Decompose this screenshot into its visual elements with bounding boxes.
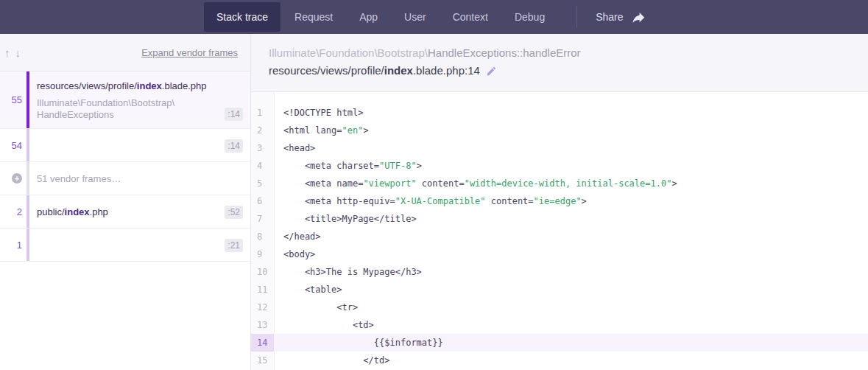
code-line: 14 {{$informat}} <box>251 334 868 352</box>
tab-stack-trace[interactable]: Stack trace <box>204 2 280 32</box>
frame-number: 54 <box>0 129 27 161</box>
line-number: 15 <box>251 352 274 369</box>
share-button[interactable]: Share <box>596 0 645 34</box>
frame-nav-up-icon[interactable]: ↑ <box>3 46 12 59</box>
share-button-label: Share <box>596 11 623 23</box>
code-line: 7 <title>MyPage</title> <box>251 210 868 228</box>
frame-number: 55 <box>0 71 27 128</box>
stack-frame-2[interactable]: 2public/index.php:52 <box>0 195 250 228</box>
code-text: </td> <box>274 352 868 369</box>
line-number: 13 <box>251 316 274 334</box>
frame-nav-down-icon[interactable]: ↓ <box>14 46 23 59</box>
tab-app[interactable]: App <box>347 2 390 32</box>
main-panel: Illuminate\Foundation\Bootstrap\HandleEx… <box>251 34 868 370</box>
code-line: 4 <meta charset="UTF-8"> <box>251 157 868 175</box>
code-line: 9<body> <box>251 245 868 263</box>
code-text: {{$informat}} <box>274 334 868 352</box>
code-line: 15 </td> <box>251 352 868 369</box>
tab-debug[interactable]: Debug <box>502 2 557 32</box>
ignition-error-page: Stack traceRequestAppUserContextDebug Sh… <box>0 0 868 370</box>
file-path-suffix: .blade.php:14 <box>413 64 480 77</box>
code-text: <!DOCTYPE html> <box>274 104 868 122</box>
file-path: resources/views/profile/index.blade.php:… <box>269 64 853 77</box>
code-line: 11 <table> <box>251 281 868 299</box>
stack-frames-sidebar: ↑ ↓ Expand vendor frames 55resources/vie… <box>0 34 251 370</box>
line-number: 6 <box>251 192 274 210</box>
tab-request[interactable]: Request <box>282 2 345 32</box>
line-number-badge: :21 <box>225 239 243 252</box>
code-text: <html lang="en"> <box>274 122 868 139</box>
file-path-bold: index <box>384 64 413 77</box>
frame-navigation: ↑ ↓ <box>3 46 22 59</box>
line-number: 12 <box>251 299 274 316</box>
code-line: 6 <meta http-equiv="X-UA-Compatible" con… <box>251 192 868 210</box>
code-text: <td> <box>274 316 868 334</box>
code-line: 13 <td> <box>251 316 868 334</box>
stack-frame-1[interactable]: 1:21 <box>0 228 250 262</box>
content-area: ↑ ↓ Expand vendor frames 55resources/vie… <box>0 34 868 370</box>
line-number: 10 <box>251 263 274 281</box>
class-namespace: Illuminate\Foundation\Bootstrap\ <box>269 46 428 59</box>
class-method: HandleExceptions::handleError <box>428 46 581 59</box>
frame-class: Illuminate\Foundation\Bootstrap\HandleEx… <box>37 97 174 121</box>
code-line: 10 <h3>The is Mypage</h3> <box>251 263 868 281</box>
nav-tabs: Stack traceRequestAppUserContextDebug <box>203 0 558 34</box>
code-text: </head> <box>274 228 868 245</box>
tab-user[interactable]: User <box>392 2 439 32</box>
frame-file: resources/views/profile/index.blade.php <box>37 80 243 92</box>
nav-divider <box>576 6 577 28</box>
line-number: 1 <box>251 104 274 122</box>
expand-vendor-frames-link[interactable]: Expand vendor frames <box>141 47 238 58</box>
vendor-frames-toggle[interactable]: +51 vendor frames… <box>0 162 250 195</box>
line-number: 14 <box>251 334 274 352</box>
code-text: <meta charset="UTF-8"> <box>274 157 868 175</box>
code-text: <title>MyPage</title> <box>274 210 868 228</box>
stack-frame-55[interactable]: 55resources/views/profile/index.blade.ph… <box>0 71 250 129</box>
code-line: 1<!DOCTYPE html> <box>251 104 868 122</box>
edit-file-button[interactable] <box>486 66 497 77</box>
line-number: 8 <box>251 228 274 245</box>
line-number: 2 <box>251 122 274 139</box>
line-number: 3 <box>251 139 274 157</box>
tab-context[interactable]: Context <box>440 2 501 32</box>
code-viewer: 1<!DOCTYPE html>2<html lang="en">3<head>… <box>251 92 868 370</box>
code-line: 3<head> <box>251 139 868 157</box>
code-text: <table> <box>274 281 868 299</box>
line-number-badge: :52 <box>225 206 243 219</box>
code-text: <meta http-equiv="X-UA-Compatible" conte… <box>274 192 868 210</box>
sidebar-header: ↑ ↓ Expand vendor frames <box>0 34 250 71</box>
vendor-frames-label: 51 vendor frames… <box>37 173 121 184</box>
line-number: 5 <box>251 175 274 192</box>
code-text: <body> <box>274 245 868 263</box>
frame-file: public/index.php <box>37 206 108 218</box>
line-number: 9 <box>251 245 274 263</box>
frame-number: 1 <box>0 228 27 261</box>
frame-header: Illuminate\Foundation\Bootstrap\HandleEx… <box>251 34 868 92</box>
code-text: <head> <box>274 139 868 157</box>
line-number: 7 <box>251 210 274 228</box>
file-path-prefix: resources/views/profile/ <box>269 64 384 77</box>
pencil-icon[interactable] <box>486 66 497 77</box>
line-number: 4 <box>251 157 274 175</box>
code-line: 12 <tr> <box>251 299 868 316</box>
top-nav: Stack traceRequestAppUserContextDebug Sh… <box>0 0 868 34</box>
stack-frame-54[interactable]: 54:14 <box>0 129 250 162</box>
plus-circle-icon[interactable]: + <box>12 173 22 184</box>
code-line: 8</head> <box>251 228 868 245</box>
exception-class: Illuminate\Foundation\Bootstrap\HandleEx… <box>269 46 853 60</box>
frame-number: 2 <box>0 195 27 228</box>
code-line: 5 <meta name="viewport" content="width=d… <box>251 175 868 192</box>
code-text: <h3>The is Mypage</h3> <box>274 263 868 281</box>
line-number-badge: :14 <box>225 139 243 153</box>
frames-list: 55resources/views/profile/index.blade.ph… <box>0 71 250 370</box>
share-icon[interactable] <box>632 11 646 24</box>
code-line: 2<html lang="en"> <box>251 122 868 139</box>
code-text: <tr> <box>274 299 868 316</box>
line-number: 11 <box>251 281 274 299</box>
line-number-badge: :14 <box>225 108 243 121</box>
code-text: <meta name="viewport" content="width=dev… <box>274 175 868 192</box>
